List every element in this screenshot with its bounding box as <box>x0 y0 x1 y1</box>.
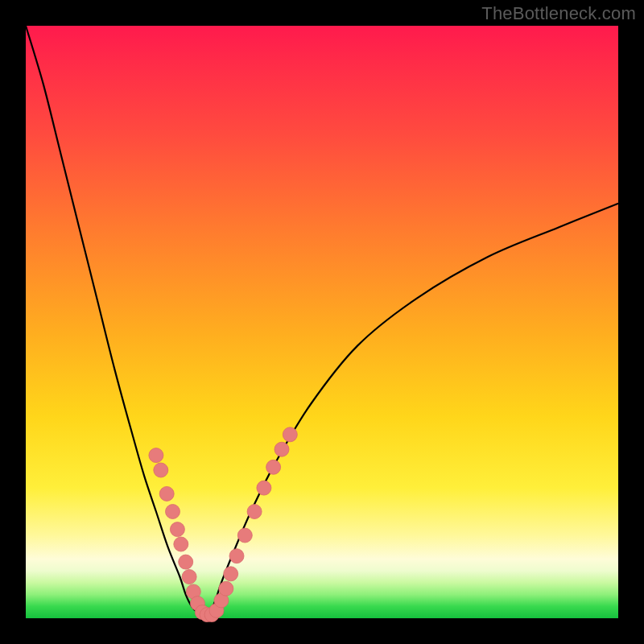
curve-marker <box>266 460 281 474</box>
curve-marker <box>149 448 163 463</box>
curve-marker <box>174 537 188 551</box>
curve-marker <box>283 427 297 442</box>
curve-marker <box>275 442 289 456</box>
chart-svg <box>26 26 618 618</box>
watermark-text: TheBottleneck.com <box>481 3 636 24</box>
chart-plot-area <box>26 26 618 618</box>
chart-frame: TheBottleneck.com <box>0 0 644 644</box>
curve-marker <box>182 570 196 584</box>
curve-marker <box>247 505 262 519</box>
curve-marker <box>229 549 244 564</box>
curve-marker <box>257 481 271 495</box>
curve-marker <box>154 463 168 477</box>
curve-marker <box>219 581 233 596</box>
curve-marker <box>170 522 184 537</box>
curve-marker <box>166 505 180 519</box>
curve-marker <box>159 486 174 501</box>
curve-marker <box>237 528 252 543</box>
bottleneck-curve <box>26 26 618 615</box>
curve-marker <box>179 555 193 569</box>
curve-markers <box>149 427 297 622</box>
curve-marker <box>224 567 238 581</box>
